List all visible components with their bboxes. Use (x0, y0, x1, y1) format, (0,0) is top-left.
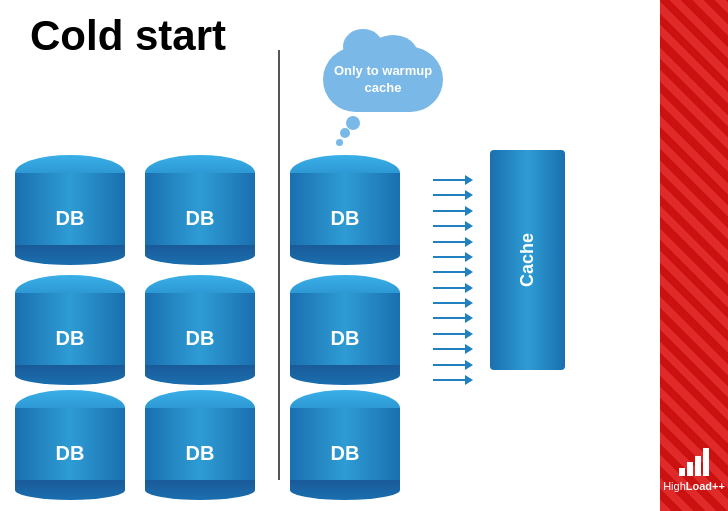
cloud-tail-3 (336, 139, 343, 146)
divider-line (278, 50, 280, 480)
db-2-2: DB (290, 390, 400, 500)
db-bottom-1-0 (15, 365, 125, 385)
arrow-head-9 (465, 313, 473, 323)
cloud-tail-1 (346, 116, 360, 130)
arrow-line-3 (433, 225, 465, 227)
arrow-line-10 (433, 333, 465, 335)
db-1-2: DB (290, 275, 400, 385)
arrow-line-12 (433, 364, 465, 366)
db-cylinder-1-2: DB (290, 275, 400, 385)
db-label-1-0: DB (56, 327, 85, 350)
arrow-head-13 (465, 375, 473, 385)
arrow-head-10 (465, 329, 473, 339)
arrow-row-2 (433, 206, 473, 216)
arrow-line-11 (433, 348, 465, 350)
db-bottom-1-2 (290, 365, 400, 385)
db-cylinder-1-0: DB (15, 275, 125, 385)
db-cylinder-2-0: DB (15, 390, 125, 500)
arrows-container (428, 175, 478, 385)
arrow-line-1 (433, 194, 465, 196)
highload-logo: HighLoad++ (668, 448, 720, 493)
arrow-row-0 (433, 175, 473, 185)
db-cylinder-1-1: DB (145, 275, 255, 385)
arrow-line-9 (433, 317, 465, 319)
arrow-head-1 (465, 190, 473, 200)
arrow-line-5 (433, 256, 465, 258)
cloud-shape: Only to warmup cache (323, 47, 443, 112)
arrow-line-6 (433, 271, 465, 273)
arrow-row-11 (433, 344, 473, 354)
hl-bar-1 (679, 468, 685, 476)
hl-bars (679, 448, 709, 476)
db-0-1: DB (145, 155, 255, 265)
db-2-0: DB (15, 390, 125, 500)
db-bottom-0-0 (15, 245, 125, 265)
db-1-0: DB (15, 275, 125, 385)
cloud-tail-2 (340, 128, 350, 138)
arrow-row-4 (433, 237, 473, 247)
db-2-1: DB (145, 390, 255, 500)
right-panel: HighLoad++ (660, 0, 728, 511)
main-content: Cold start Only to warmup cache DB DB (0, 0, 660, 511)
arrow-row-13 (433, 375, 473, 385)
arrow-head-3 (465, 221, 473, 231)
arrow-head-5 (465, 252, 473, 262)
db-bottom-0-1 (145, 245, 255, 265)
arrow-row-3 (433, 221, 473, 231)
arrow-head-7 (465, 283, 473, 293)
arrow-line-2 (433, 210, 465, 212)
arrow-head-0 (465, 175, 473, 185)
arrow-head-8 (465, 298, 473, 308)
cloud-bubble: Only to warmup cache (318, 42, 448, 132)
hl-bar-3 (695, 456, 701, 476)
arrow-line-7 (433, 287, 465, 289)
db-bottom-1-1 (145, 365, 255, 385)
db-label-1-1: DB (186, 327, 215, 350)
cloud-text: Only to warmup cache (323, 63, 443, 97)
arrow-row-6 (433, 267, 473, 277)
db-0-0: DB (15, 155, 125, 265)
arrow-row-1 (433, 190, 473, 200)
db-label-0-1: DB (186, 207, 215, 230)
db-label-0-0: DB (56, 207, 85, 230)
arrow-row-10 (433, 329, 473, 339)
load-text: Load++ (686, 480, 725, 492)
hl-bar-2 (687, 462, 693, 476)
hl-bar-4 (703, 448, 709, 476)
arrow-row-8 (433, 298, 473, 308)
arrow-row-12 (433, 360, 473, 370)
highload-text: HighLoad++ (663, 480, 725, 493)
page-title: Cold start (30, 12, 226, 60)
db-cylinder-2-2: DB (290, 390, 400, 500)
db-bottom-0-2 (290, 245, 400, 265)
high-text: High (663, 480, 686, 492)
cache-label: Cache (517, 233, 538, 287)
db-bottom-2-0 (15, 480, 125, 500)
db-1-1: DB (145, 275, 255, 385)
db-label-1-2: DB (331, 327, 360, 350)
arrow-row-9 (433, 313, 473, 323)
arrow-row-5 (433, 252, 473, 262)
arrow-head-4 (465, 237, 473, 247)
arrow-line-4 (433, 241, 465, 243)
arrow-row-7 (433, 283, 473, 293)
db-bottom-2-1 (145, 480, 255, 500)
db-label-0-2: DB (331, 207, 360, 230)
arrow-head-11 (465, 344, 473, 354)
arrow-line-0 (433, 179, 465, 181)
db-cylinder-0-2: DB (290, 155, 400, 265)
arrow-line-8 (433, 302, 465, 304)
arrow-head-2 (465, 206, 473, 216)
db-label-2-2: DB (331, 442, 360, 465)
db-cylinder-0-1: DB (145, 155, 255, 265)
arrow-head-6 (465, 267, 473, 277)
db-label-2-1: DB (186, 442, 215, 465)
right-panel-pattern (660, 0, 728, 511)
db-cylinder-0-0: DB (15, 155, 125, 265)
cache-box: Cache (490, 150, 565, 370)
arrow-head-12 (465, 360, 473, 370)
arrow-line-13 (433, 379, 465, 381)
db-bottom-2-2 (290, 480, 400, 500)
db-0-2: DB (290, 155, 400, 265)
db-label-2-0: DB (56, 442, 85, 465)
